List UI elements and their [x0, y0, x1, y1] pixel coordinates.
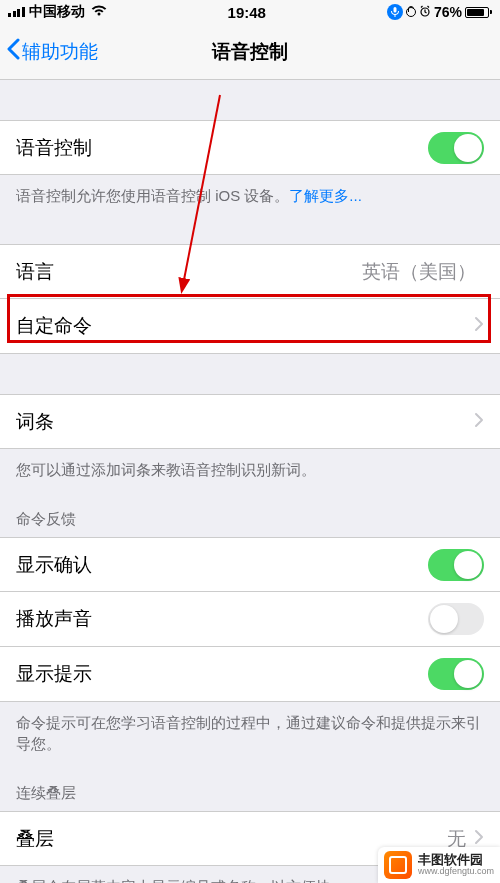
- status-time: 19:48: [228, 4, 266, 21]
- lock-icon: [406, 4, 416, 21]
- watermark-url: www.dgfengtu.com: [418, 867, 494, 877]
- play-sound-row[interactable]: 播放声音: [0, 592, 500, 647]
- mic-status-icon: [387, 4, 403, 20]
- show-hint-row[interactable]: 显示提示: [0, 647, 500, 702]
- learn-more-link[interactable]: 了解更多...: [289, 187, 362, 204]
- show-confirm-toggle[interactable]: [428, 549, 484, 581]
- command-feedback-footer: 命令提示可在您学习语音控制的过程中，通过建议命令和提供提示来引导您。: [0, 702, 500, 764]
- back-button[interactable]: 辅助功能: [0, 38, 98, 65]
- overlay-header: 连续叠层: [0, 764, 500, 811]
- status-bar: 中国移动 19:48 76%: [0, 0, 500, 24]
- show-confirm-label: 显示确认: [16, 552, 428, 578]
- vocabulary-row[interactable]: 词条: [0, 394, 500, 449]
- alarm-icon: [419, 4, 431, 20]
- page-title: 语音控制: [212, 39, 288, 65]
- battery-icon: [465, 7, 492, 18]
- custom-commands-row[interactable]: 自定命令: [0, 299, 500, 354]
- vocabulary-footer: 您可以通过添加词条来教语音控制识别新词。: [0, 449, 500, 490]
- custom-commands-label: 自定命令: [16, 313, 474, 339]
- carrier-label: 中国移动: [29, 3, 85, 21]
- language-label: 语言: [16, 259, 362, 285]
- watermark-title: 丰图软件园: [418, 853, 494, 867]
- chevron-left-icon: [6, 38, 20, 65]
- svg-point-0: [406, 7, 415, 16]
- voice-control-row[interactable]: 语音控制: [0, 120, 500, 175]
- voice-control-toggle[interactable]: [428, 132, 484, 164]
- voice-control-label: 语音控制: [16, 135, 428, 161]
- language-value: 英语（美国）: [362, 259, 476, 285]
- status-right: 76%: [387, 4, 492, 21]
- voice-control-footer: 语音控制允许您使用语音控制 iOS 设备。了解更多...: [0, 175, 500, 216]
- chevron-right-icon: [474, 411, 484, 433]
- watermark-logo-icon: [384, 851, 412, 879]
- language-row[interactable]: 语言 英语（美国）: [0, 244, 500, 299]
- vocabulary-label: 词条: [16, 409, 474, 435]
- back-label: 辅助功能: [22, 39, 98, 65]
- wifi-icon: [91, 4, 107, 20]
- show-hint-label: 显示提示: [16, 661, 428, 687]
- command-feedback-header: 命令反馈: [0, 490, 500, 537]
- status-left: 中国移动: [8, 3, 107, 21]
- play-sound-toggle[interactable]: [428, 603, 484, 635]
- play-sound-label: 播放声音: [16, 606, 428, 632]
- show-confirm-row[interactable]: 显示确认: [0, 537, 500, 592]
- nav-bar: 辅助功能 语音控制: [0, 24, 500, 80]
- show-hint-toggle[interactable]: [428, 658, 484, 690]
- chevron-right-icon: [474, 315, 484, 337]
- battery-percent: 76%: [434, 4, 462, 20]
- signal-icon: [8, 7, 25, 17]
- watermark: 丰图软件园 www.dgfengtu.com: [378, 847, 500, 883]
